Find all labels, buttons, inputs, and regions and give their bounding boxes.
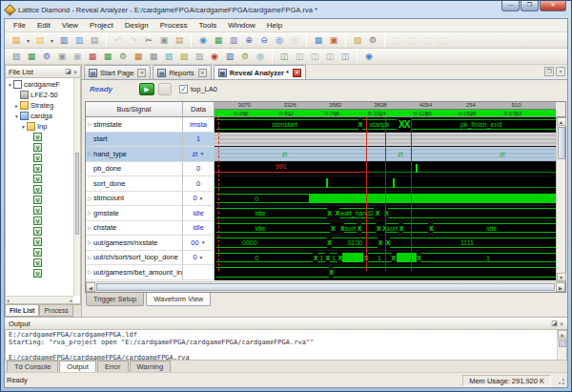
signal-name-cell[interactable]: ▷hand_type — [86, 147, 183, 162]
tab-trigger-setup[interactable]: Trigger Setup — [86, 293, 144, 306]
window-layout-5-icon[interactable]: ◫ — [338, 50, 352, 63]
timing-icon[interactable]: ⚙ — [238, 50, 252, 63]
scroll-right-icon[interactable]: ▸ — [70, 298, 72, 303]
window-layout-2-icon[interactable]: ◫ — [293, 50, 306, 63]
signal-name-cell[interactable]: ▷stimstate — [86, 117, 183, 133]
tab-waveform-view[interactable]: Waveform View — [146, 293, 211, 306]
tree-item-verilog-file-8[interactable]: V — [6, 205, 73, 216]
signal-name-cell[interactable]: ▷stimcount — [86, 192, 183, 207]
menu-view[interactable]: View — [56, 21, 84, 30]
signal-data-cell[interactable]: 0▼ — [183, 251, 214, 266]
synthesize-icon[interactable]: ▦ — [25, 50, 38, 63]
tree-item-verilog-file-4[interactable]: V — [6, 163, 73, 174]
tab-close-icon[interactable]: × — [293, 69, 301, 77]
signal-data-cell[interactable]: 0▼ — [183, 192, 214, 207]
print-icon[interactable]: ▤ — [88, 33, 101, 47]
menu-tools[interactable]: Tools — [194, 21, 223, 30]
tree-item-verilog-file-14[interactable]: V — [6, 268, 73, 279]
open-file-icon[interactable]: ▤ — [33, 33, 47, 47]
tab-reports[interactable]: ▤Reports× — [153, 65, 211, 79]
save-icon[interactable]: ▥ — [57, 33, 71, 47]
tree-item-cardga[interactable]: ▾cardga — [6, 111, 73, 121]
window-layout-1-icon[interactable]: ◫ — [277, 50, 291, 63]
data-dropdown-icon[interactable]: ▼ — [199, 196, 204, 201]
zoom-in-icon[interactable]: ⊕ — [242, 33, 255, 47]
column-header-data[interactable]: Data — [183, 102, 214, 116]
tab-close-icon[interactable]: × — [137, 69, 146, 77]
signal-name-cell[interactable]: start — [86, 133, 183, 148]
signal-name-cell[interactable]: ▷gmstate — [86, 206, 183, 221]
tree-item-verilog-file-12[interactable]: V — [6, 247, 73, 258]
open-file-dropdown[interactable]: ▾ — [49, 33, 55, 47]
tree-item-verilog-file-13[interactable]: V — [6, 258, 73, 268]
collapse-arrow-icon[interactable]: ▾ — [20, 124, 27, 130]
signal-wave[interactable]: ztztzt — [214, 147, 565, 162]
tree-horizontal-scrollbar[interactable]: ◂▸ — [6, 296, 73, 303]
signal-data-cell[interactable]: 00▼ — [183, 236, 214, 251]
spreadsheet-icon[interactable]: ▦ — [212, 33, 225, 47]
paste-icon[interactable]: ▤ — [173, 33, 186, 47]
power-calc-icon[interactable]: ▥ — [162, 50, 175, 63]
place-route-icon[interactable]: ▣ — [71, 50, 84, 63]
close-button[interactable]: ✕ — [540, 1, 566, 11]
reveal-analyzer-icon[interactable]: ▥ — [223, 50, 236, 63]
panel-tab-process[interactable]: Process — [39, 305, 72, 317]
timeline-ruler[interactable]: 30703326358238384094254510 0-2560-5120-7… — [214, 102, 556, 116]
signal-name-cell[interactable]: ▷chstate — [86, 221, 183, 237]
float-view-icon[interactable]: ❐ — [544, 67, 554, 76]
signal-data-cell[interactable]: 0 — [183, 176, 214, 192]
expand-arrow-icon[interactable]: ▷ — [86, 255, 93, 260]
waveform-horizontal-scrollbar[interactable]: ◀ ▶ — [86, 281, 565, 292]
expand-arrow-icon[interactable]: ▷ — [86, 225, 93, 231]
reveal-inserter-icon[interactable]: ▥ — [193, 50, 206, 63]
signal-wave[interactable]: 991 — [214, 162, 565, 177]
scroll-up-icon[interactable]: ▲ — [558, 330, 567, 339]
tab-close-icon[interactable]: × — [198, 69, 207, 77]
signal-data-cell[interactable] — [183, 265, 214, 280]
signal-data-cell[interactable]: imsta — [183, 117, 214, 133]
collapse-arrow-icon[interactable]: ▾ — [7, 82, 13, 88]
tree-vertical-scrollbar[interactable] — [73, 78, 80, 296]
run-analyzer-button[interactable]: ▶ — [139, 83, 154, 95]
tree-item-verilog-file-1[interactable]: V — [6, 132, 73, 142]
tree-item-verilog-file-3[interactable]: V — [6, 153, 73, 163]
expand-arrow-icon[interactable]: ▷ — [86, 196, 93, 201]
tree-item-verilog-file-2[interactable]: V — [6, 142, 73, 153]
minimize-button[interactable]: — — [501, 1, 520, 11]
tree-item-verilog-file-7[interactable]: V — [6, 195, 73, 205]
package-view-icon[interactable]: ⚙ — [116, 50, 130, 63]
resize-grip[interactable] — [555, 375, 565, 385]
scroll-left-icon[interactable]: ◀ — [86, 282, 95, 292]
save-all-icon[interactable]: ▥ — [72, 33, 86, 47]
menu-file[interactable]: File — [8, 21, 31, 30]
translate-icon[interactable]: ⚙ — [40, 50, 53, 63]
expand-arrow-icon[interactable]: ▷ — [86, 151, 93, 156]
signal-wave[interactable] — [214, 133, 565, 148]
signal-data-cell[interactable]: 1 — [183, 133, 214, 148]
browser-icon[interactable]: ◉ — [196, 33, 210, 47]
pin-panel-icon[interactable]: ◪ — [551, 320, 558, 327]
copy-icon[interactable]: ▣ — [157, 33, 171, 47]
waveform-vertical-scrollbar[interactable]: ▲ ▼ — [556, 117, 565, 281]
signal-name-cell[interactable]: ▷uut/gamesm/nxstate — [86, 236, 183, 251]
floorplan-icon[interactable]: ◎ — [254, 50, 267, 63]
zoom-out-icon[interactable]: ⊖ — [257, 33, 271, 47]
tree-item-inp[interactable]: ▾Inp — [6, 121, 73, 132]
scroll-right-icon[interactable]: ▶ — [556, 282, 565, 292]
new-impl-icon[interactable]: ▧ — [10, 50, 23, 63]
palette-icon[interactable]: ▣ — [327, 33, 340, 47]
close-view-icon[interactable]: × — [556, 67, 565, 76]
scroll-left-icon[interactable]: ◂ — [7, 298, 10, 303]
output-scrollbar[interactable]: ▲ — [557, 330, 566, 360]
new-file-dropdown[interactable]: ▾ — [25, 33, 31, 47]
signal-data-cell[interactable]: idle — [183, 206, 214, 221]
layout-icon[interactable]: ▦ — [312, 33, 325, 47]
expand-arrow-icon[interactable]: ▷ — [86, 239, 93, 245]
tree-item-strateg[interactable]: ▸Strateg — [6, 100, 73, 111]
collapse-arrow-icon[interactable]: ▾ — [13, 113, 20, 119]
spreadsheet-view-icon[interactable]: ▦ — [101, 50, 114, 63]
window-layout-3-icon[interactable]: ◫ — [308, 50, 321, 63]
core-checkbox[interactable]: ✓ — [179, 85, 188, 93]
data-dropdown-icon[interactable]: ▼ — [201, 239, 206, 245]
tree-item-verilog-file-10[interactable]: V — [6, 226, 73, 237]
